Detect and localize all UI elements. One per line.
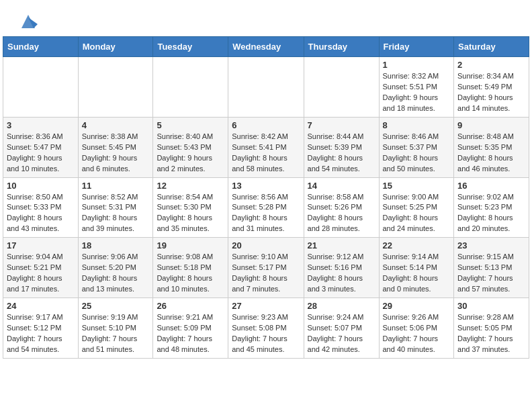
weekday-header-friday: Friday <box>379 37 454 57</box>
weekday-header-monday: Monday <box>78 37 153 57</box>
day-info: Sunrise: 9:10 AM Sunset: 5:17 PM Dayligh… <box>232 252 300 295</box>
calendar-cell: 20Sunrise: 9:10 AM Sunset: 5:17 PM Dayli… <box>228 238 304 298</box>
day-number: 29 <box>383 301 451 311</box>
day-info: Sunrise: 9:04 AM Sunset: 5:21 PM Dayligh… <box>7 252 75 295</box>
day-number: 14 <box>308 181 375 191</box>
day-number: 11 <box>82 181 150 191</box>
day-info: Sunrise: 9:12 AM Sunset: 5:16 PM Dayligh… <box>308 252 375 295</box>
calendar-cell: 6Sunrise: 8:42 AM Sunset: 5:41 PM Daylig… <box>228 117 304 177</box>
day-number: 1 <box>383 60 451 70</box>
day-number: 13 <box>232 181 300 191</box>
day-info: Sunrise: 8:32 AM Sunset: 5:51 PM Dayligh… <box>383 71 451 114</box>
day-info: Sunrise: 9:19 AM Sunset: 5:10 PM Dayligh… <box>82 312 150 355</box>
calendar-cell <box>3 57 79 118</box>
calendar-cell: 28Sunrise: 9:24 AM Sunset: 5:07 PM Dayli… <box>304 298 379 359</box>
week-row-3: 10Sunrise: 8:50 AM Sunset: 5:33 PM Dayli… <box>3 177 529 238</box>
calendar-cell: 14Sunrise: 8:58 AM Sunset: 5:26 PM Dayli… <box>304 177 379 238</box>
day-number: 7 <box>308 120 375 130</box>
day-info: Sunrise: 8:58 AM Sunset: 5:26 PM Dayligh… <box>308 192 375 235</box>
calendar-cell: 1Sunrise: 8:32 AM Sunset: 5:51 PM Daylig… <box>379 57 454 118</box>
week-row-4: 17Sunrise: 9:04 AM Sunset: 5:21 PM Dayli… <box>3 238 529 298</box>
calendar-cell: 13Sunrise: 8:56 AM Sunset: 5:28 PM Dayli… <box>228 177 304 238</box>
calendar-cell: 11Sunrise: 8:52 AM Sunset: 5:31 PM Dayli… <box>78 177 153 238</box>
day-number: 18 <box>82 240 150 250</box>
day-number: 20 <box>232 240 300 250</box>
calendar-cell: 29Sunrise: 9:26 AM Sunset: 5:06 PM Dayli… <box>379 298 454 359</box>
day-number: 9 <box>457 120 525 130</box>
calendar-cell: 9Sunrise: 8:48 AM Sunset: 5:35 PM Daylig… <box>454 117 529 177</box>
calendar-cell: 8Sunrise: 8:46 AM Sunset: 5:37 PM Daylig… <box>379 117 454 177</box>
day-info: Sunrise: 9:23 AM Sunset: 5:08 PM Dayligh… <box>232 312 300 355</box>
calendar-cell: 7Sunrise: 8:44 AM Sunset: 5:39 PM Daylig… <box>304 117 379 177</box>
day-info: Sunrise: 9:06 AM Sunset: 5:20 PM Dayligh… <box>82 252 150 295</box>
day-number: 19 <box>157 240 224 250</box>
day-number: 30 <box>457 301 525 311</box>
week-row-5: 24Sunrise: 9:17 AM Sunset: 5:12 PM Dayli… <box>3 298 529 359</box>
day-info: Sunrise: 8:38 AM Sunset: 5:45 PM Dayligh… <box>82 132 150 175</box>
calendar-cell: 18Sunrise: 9:06 AM Sunset: 5:20 PM Dayli… <box>78 238 153 298</box>
day-info: Sunrise: 9:08 AM Sunset: 5:18 PM Dayligh… <box>157 252 224 295</box>
calendar-cell: 16Sunrise: 9:02 AM Sunset: 5:23 PM Dayli… <box>454 177 529 238</box>
weekday-header-thursday: Thursday <box>304 37 379 57</box>
day-info: Sunrise: 8:44 AM Sunset: 5:39 PM Dayligh… <box>308 132 375 175</box>
calendar-table: SundayMondayTuesdayWednesdayThursdayFrid… <box>3 36 529 359</box>
calendar-cell <box>153 57 228 118</box>
day-info: Sunrise: 9:00 AM Sunset: 5:25 PM Dayligh… <box>383 192 451 235</box>
calendar-cell: 25Sunrise: 9:19 AM Sunset: 5:10 PM Dayli… <box>78 298 153 359</box>
day-number: 15 <box>383 181 451 191</box>
calendar-cell: 5Sunrise: 8:40 AM Sunset: 5:43 PM Daylig… <box>153 117 228 177</box>
day-number: 8 <box>383 120 451 130</box>
day-info: Sunrise: 9:21 AM Sunset: 5:09 PM Dayligh… <box>157 312 224 355</box>
page-header <box>0 0 532 36</box>
day-number: 23 <box>457 240 525 250</box>
day-number: 17 <box>7 240 75 250</box>
calendar-cell: 23Sunrise: 9:15 AM Sunset: 5:13 PM Dayli… <box>454 238 529 298</box>
day-number: 28 <box>308 301 375 311</box>
day-number: 26 <box>157 301 224 311</box>
day-number: 22 <box>383 240 451 250</box>
day-number: 3 <box>7 120 75 130</box>
calendar-cell: 2Sunrise: 8:34 AM Sunset: 5:49 PM Daylig… <box>454 57 529 118</box>
logo <box>16 12 38 31</box>
day-info: Sunrise: 9:24 AM Sunset: 5:07 PM Dayligh… <box>308 312 375 355</box>
day-number: 24 <box>7 301 75 311</box>
day-info: Sunrise: 8:46 AM Sunset: 5:37 PM Dayligh… <box>383 132 451 175</box>
calendar-cell: 10Sunrise: 8:50 AM Sunset: 5:33 PM Dayli… <box>3 177 79 238</box>
day-info: Sunrise: 8:56 AM Sunset: 5:28 PM Dayligh… <box>232 192 300 235</box>
calendar-cell: 27Sunrise: 9:23 AM Sunset: 5:08 PM Dayli… <box>228 298 304 359</box>
day-info: Sunrise: 8:50 AM Sunset: 5:33 PM Dayligh… <box>7 192 75 235</box>
weekday-header-tuesday: Tuesday <box>153 37 228 57</box>
day-number: 16 <box>457 181 525 191</box>
calendar-cell: 22Sunrise: 9:14 AM Sunset: 5:14 PM Dayli… <box>379 238 454 298</box>
day-info: Sunrise: 8:34 AM Sunset: 5:49 PM Dayligh… <box>457 71 525 114</box>
calendar-cell <box>78 57 153 118</box>
calendar-cell: 30Sunrise: 9:28 AM Sunset: 5:05 PM Dayli… <box>454 298 529 359</box>
day-number: 10 <box>7 181 75 191</box>
calendar-cell: 15Sunrise: 9:00 AM Sunset: 5:25 PM Dayli… <box>379 177 454 238</box>
day-info: Sunrise: 8:40 AM Sunset: 5:43 PM Dayligh… <box>157 132 224 175</box>
day-info: Sunrise: 9:14 AM Sunset: 5:14 PM Dayligh… <box>383 252 451 295</box>
calendar-cell: 21Sunrise: 9:12 AM Sunset: 5:16 PM Dayli… <box>304 238 379 298</box>
weekday-header-wednesday: Wednesday <box>228 37 304 57</box>
day-info: Sunrise: 8:36 AM Sunset: 5:47 PM Dayligh… <box>7 132 75 175</box>
calendar-cell: 12Sunrise: 8:54 AM Sunset: 5:30 PM Dayli… <box>153 177 228 238</box>
calendar-cell: 24Sunrise: 9:17 AM Sunset: 5:12 PM Dayli… <box>3 298 79 359</box>
calendar-cell <box>228 57 304 118</box>
day-number: 25 <box>82 301 150 311</box>
calendar-cell: 17Sunrise: 9:04 AM Sunset: 5:21 PM Dayli… <box>3 238 79 298</box>
day-number: 4 <box>82 120 150 130</box>
day-number: 5 <box>157 120 224 130</box>
day-info: Sunrise: 9:26 AM Sunset: 5:06 PM Dayligh… <box>383 312 451 355</box>
day-number: 2 <box>457 60 525 70</box>
week-row-2: 3Sunrise: 8:36 AM Sunset: 5:47 PM Daylig… <box>3 117 529 177</box>
day-info: Sunrise: 9:17 AM Sunset: 5:12 PM Dayligh… <box>7 312 75 355</box>
weekday-header-sunday: Sunday <box>3 37 79 57</box>
day-number: 27 <box>232 301 300 311</box>
day-info: Sunrise: 9:28 AM Sunset: 5:05 PM Dayligh… <box>457 312 525 355</box>
calendar-cell: 19Sunrise: 9:08 AM Sunset: 5:18 PM Dayli… <box>153 238 228 298</box>
day-number: 12 <box>157 181 224 191</box>
day-number: 6 <box>232 120 300 130</box>
calendar-cell <box>304 57 379 118</box>
weekday-header-row: SundayMondayTuesdayWednesdayThursdayFrid… <box>3 37 529 57</box>
day-info: Sunrise: 8:42 AM Sunset: 5:41 PM Dayligh… <box>232 132 300 175</box>
